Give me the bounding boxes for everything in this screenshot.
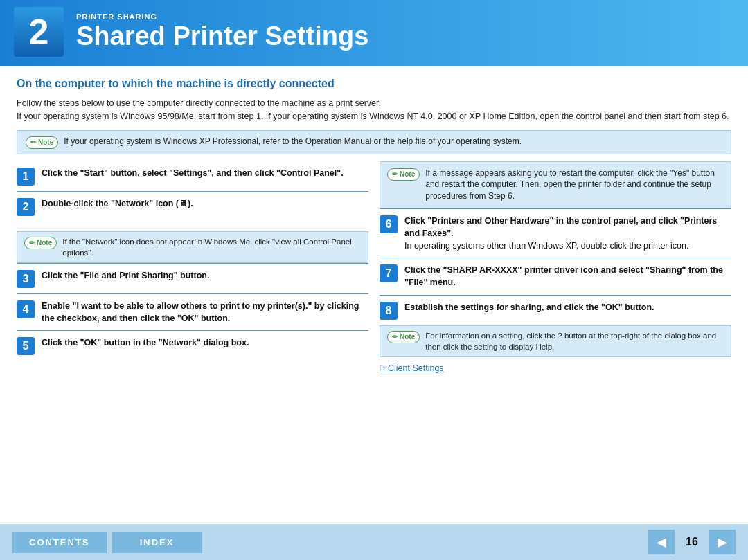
main-content: On the computer to which the machine is …: [0, 66, 748, 380]
step-5: 5 Click the "OK" button in the "Network"…: [17, 331, 368, 361]
step-2: 2 Double-click the "Network" icon (🖥). ✏…: [17, 192, 368, 264]
step-5-text: Click the "OK" button in the "Network" d…: [42, 336, 249, 349]
step-8-number: 8: [380, 302, 398, 320]
step-8-note: ✏ Note For information on a setting, cli…: [380, 325, 731, 357]
step-1-text: Click the "Start" button, select "Settin…: [42, 167, 344, 179]
step-6: 6 Click "Printers and Other Hardware" in…: [380, 209, 731, 258]
two-column-layout: 1 Click the "Start" button, select "Sett…: [17, 161, 731, 373]
step-4-text: Enable "I want to be able to allow other…: [42, 300, 368, 325]
index-button[interactable]: INDEX: [112, 532, 202, 553]
step-8: 8 Establish the settings for sharing, an…: [380, 296, 731, 323]
note-badge: ✏ Note: [26, 136, 58, 149]
client-settings-link[interactable]: ☞Client Settings: [380, 363, 731, 373]
section-heading: On the computer to which the machine is …: [17, 78, 731, 90]
step-3: 3 Click the "File and Print Sharing" but…: [17, 264, 368, 294]
intro-text: Follow the steps below to use the comput…: [17, 97, 731, 123]
step-6-text: Click "Printers and Other Hardware" in t…: [404, 215, 731, 252]
chapter-number: 2: [14, 7, 64, 57]
step-6-number: 6: [380, 215, 398, 233]
pencil-icon-right: ✏: [392, 170, 398, 179]
step-7-text: Click the "SHARP AR-XXXX" printer driver…: [404, 264, 731, 289]
right-top-note: ✏ Note If a message appears asking you t…: [380, 161, 731, 208]
step-2-number: 2: [17, 198, 35, 216]
top-note-text: If your operating system is Windows XP P…: [64, 136, 522, 147]
step-4-number: 4: [17, 300, 35, 318]
contents-button[interactable]: CONTENTS: [12, 532, 107, 553]
right-column: ✏ Note If a message appears asking you t…: [380, 161, 731, 373]
step-2-text: Double-click the "Network" icon (🖥).: [42, 197, 193, 210]
step-8-wrapper: 8 Establish the settings for sharing, an…: [380, 296, 731, 357]
chapter-label: PRINTER SHARING: [76, 12, 368, 21]
note-badge-right: ✏ Note: [387, 168, 420, 181]
step-5-number: 5: [17, 337, 35, 355]
step-3-number: 3: [17, 270, 35, 288]
pencil-icon: ✏: [30, 138, 36, 147]
prev-button[interactable]: ◀: [648, 530, 675, 554]
right-steps: 6 Click "Printers and Other Hardware" in…: [380, 208, 731, 373]
page-header: 2 PRINTER SHARING Shared Printer Setting…: [0, 0, 748, 66]
chapter-title: Shared Printer Settings: [76, 22, 368, 51]
step-2-note-text: If the "Network" icon does not appear in…: [62, 236, 361, 258]
footer-nav: ◀ 16 ▶: [648, 530, 736, 554]
step-7-number: 7: [380, 264, 398, 282]
next-button[interactable]: ▶: [709, 530, 736, 554]
step-8-text: Establish the settings for sharing, and …: [404, 301, 654, 314]
header-text: PRINTER SHARING Shared Printer Settings: [76, 12, 368, 51]
pencil-icon-8: ✏: [392, 332, 398, 342]
step-1: 1 Click the "Start" button, select "Sett…: [17, 161, 368, 192]
left-column: 1 Click the "Start" button, select "Sett…: [17, 161, 368, 373]
page-number: 16: [682, 536, 702, 548]
note-badge-2: ✏ Note: [24, 237, 57, 249]
step-3-text: Click the "File and Print Sharing" butto…: [42, 269, 209, 282]
step-6-extra: In operating systems other than Windows …: [404, 241, 688, 251]
top-note-box: ✏ Note If your operating system is Windo…: [17, 130, 731, 154]
step-1-number: 1: [17, 168, 35, 186]
right-top-note-text: If a message appears asking you to resta…: [425, 168, 724, 202]
step-8-note-text: For information on a setting, click the …: [425, 330, 724, 352]
pencil-icon-2: ✏: [29, 238, 35, 248]
footer: CONTENTS INDEX ◀ 16 ▶: [0, 524, 748, 560]
step-4: 4 Enable "I want to be able to allow oth…: [17, 294, 368, 331]
step-7: 7 Click the "SHARP AR-XXXX" printer driv…: [380, 258, 731, 295]
step-2-note: ✏ Note If the "Network" icon does not ap…: [17, 231, 368, 263]
note-badge-8: ✏ Note: [387, 331, 420, 343]
